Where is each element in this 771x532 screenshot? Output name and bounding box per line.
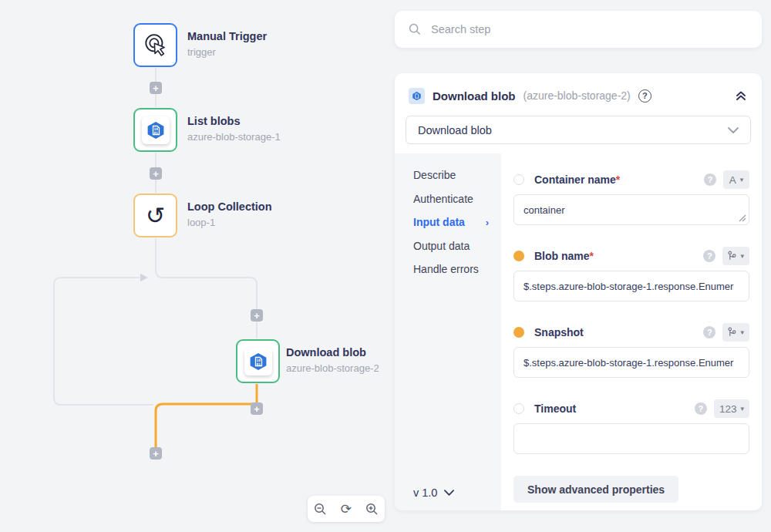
workflow-canvas[interactable]: Manual Trigger trigger 10 01 List blobs …	[0, 0, 393, 532]
add-step-button[interactable]: +	[150, 167, 162, 180]
field-label: Timeout	[534, 402, 576, 415]
tab-output-data[interactable]: Output data	[395, 234, 501, 258]
node-subtitle: azure-blob-storage-1	[187, 130, 281, 145]
field-container-name: Container name* ? A ▾	[513, 170, 749, 225]
step-search-bar	[395, 11, 762, 48]
field-timeout: Timeout ? 123 ▾	[513, 399, 749, 454]
search-input[interactable]	[431, 23, 748, 35]
chevron-right-icon: ›	[486, 217, 489, 228]
node-label: Loop Collection loop-1	[187, 199, 272, 231]
node-label: List blobs azure-blob-storage-1	[187, 113, 281, 145]
step-inspector-panel: Download blob (azure-blob-storage-2) ? D…	[395, 73, 762, 510]
refresh-icon: ⟳	[341, 501, 352, 517]
field-label: Blob name	[534, 250, 590, 262]
field-label: Snapshot	[534, 326, 584, 338]
field-type-selector[interactable]: A ▾	[723, 170, 749, 189]
step-title: Download blob	[433, 89, 515, 103]
node-label: Download blob azure-blob-storage-2	[286, 345, 379, 376]
caret-down-icon: ▾	[740, 252, 744, 260]
action-selector[interactable]: Download blob	[406, 116, 751, 144]
node-title: Download blob	[286, 345, 379, 360]
azure-blob-icon: 10 01	[142, 116, 170, 144]
resize-handle-icon[interactable]	[739, 214, 746, 222]
step-id: (azure-blob-storage-2)	[523, 89, 630, 102]
zoom-reset-button[interactable]: ⟳	[335, 497, 358, 520]
tab-handle-errors[interactable]: Handle errors	[395, 258, 501, 281]
timeout-input[interactable]	[524, 433, 739, 445]
input-data-form: Container name* ? A ▾	[501, 153, 762, 510]
click-icon	[143, 32, 169, 59]
type-label: A	[729, 174, 736, 186]
canvas-zoom-toolbar: ⟳	[308, 496, 385, 522]
caret-down-icon: ▾	[740, 405, 744, 412]
field-status-circle	[513, 403, 524, 414]
chevron-down-icon	[728, 127, 739, 133]
node-title: Manual Trigger	[187, 29, 267, 44]
field-label: Container name	[534, 173, 616, 186]
help-icon[interactable]: ?	[703, 326, 715, 338]
required-mark: *	[590, 250, 594, 262]
field-status-circle	[513, 174, 524, 185]
container-name-input[interactable]	[524, 204, 739, 216]
inspector-tabs: Describe Authenticate Input data › Outpu…	[395, 153, 501, 510]
show-advanced-properties-button[interactable]: Show advanced properties	[513, 476, 678, 503]
question-circle-icon[interactable]: ?	[638, 89, 651, 103]
zoom-in-icon	[365, 503, 379, 516]
add-step-button[interactable]: +	[251, 402, 263, 415]
loop-return-arrow	[140, 274, 148, 281]
caret-down-icon: ▾	[740, 176, 744, 184]
field-blob-name: Blob name* ? ▾	[513, 247, 749, 301]
version-label: v 1.0	[413, 487, 437, 499]
node-loop-collection[interactable]: ↺	[133, 194, 177, 237]
node-label: Manual Trigger trigger	[187, 29, 267, 60]
tab-label: Input data	[413, 216, 465, 228]
field-type-selector[interactable]: ▾	[722, 247, 749, 265]
timeout-input-wrap	[513, 423, 749, 454]
node-manual-trigger[interactable]	[133, 23, 177, 67]
search-icon	[409, 23, 421, 35]
tab-authenticate[interactable]: Authenticate	[395, 187, 501, 211]
blob-name-input[interactable]	[524, 281, 739, 292]
help-icon[interactable]: ?	[704, 173, 716, 186]
help-icon[interactable]: ?	[703, 250, 715, 262]
zoom-out-button[interactable]	[309, 497, 332, 520]
field-status-circle	[513, 327, 524, 338]
chevron-down-icon	[444, 490, 454, 496]
add-step-button[interactable]: +	[150, 82, 162, 94]
inspector-body: Describe Authenticate Input data › Outpu…	[395, 153, 762, 510]
node-download-blob[interactable]: 10 01	[236, 339, 280, 383]
inspector-header: Download blob (azure-blob-storage-2) ?	[409, 86, 748, 105]
blob-name-input-wrap	[513, 271, 749, 301]
tab-input-data[interactable]: Input data ›	[395, 210, 501, 234]
tab-describe[interactable]: Describe	[395, 163, 501, 187]
field-type-selector[interactable]: ▾	[722, 323, 749, 342]
zoom-in-button[interactable]	[360, 497, 383, 520]
add-step-button[interactable]: +	[251, 309, 263, 322]
add-step-button[interactable]: +	[150, 447, 162, 460]
field-status-circle	[513, 251, 524, 261]
node-subtitle: trigger	[187, 45, 267, 60]
version-selector[interactable]: v 1.0	[395, 487, 501, 510]
azure-blob-icon: 10 01	[244, 348, 272, 375]
double-chevron-up-icon[interactable]	[734, 89, 748, 102]
branch-icon	[728, 327, 736, 338]
branch-icon	[728, 251, 736, 261]
svg-text:01: 01	[153, 131, 158, 135]
node-subtitle: azure-blob-storage-2	[286, 361, 379, 376]
azure-blob-icon	[409, 88, 425, 104]
action-selector-value: Download blob	[418, 124, 492, 136]
node-title: Loop Collection	[187, 199, 272, 214]
help-icon[interactable]: ?	[695, 402, 707, 415]
field-type-selector[interactable]: 123 ▾	[714, 399, 749, 418]
loop-icon: ↺	[146, 204, 165, 227]
snapshot-input[interactable]	[524, 357, 739, 369]
type-label: 123	[719, 403, 737, 415]
required-mark: *	[616, 173, 620, 186]
node-subtitle: loop-1	[187, 215, 272, 231]
workflow-edges	[0, 0, 393, 532]
snapshot-input-wrap	[513, 347, 749, 378]
container-name-input-wrap	[513, 194, 749, 225]
field-snapshot: Snapshot ? ▾	[513, 323, 749, 378]
caret-down-icon: ▾	[740, 328, 744, 336]
node-list-blobs[interactable]: 10 01	[133, 108, 177, 152]
